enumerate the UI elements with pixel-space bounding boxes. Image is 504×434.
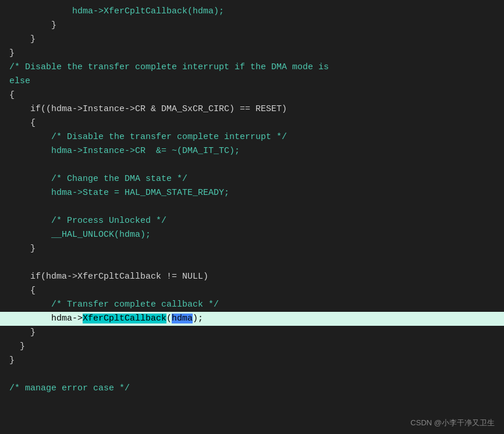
code-container: hdma->XferCpltCallback(hdma); } } } /* D… xyxy=(0,0,504,434)
code-line: if(hdma->XferCpltCallback != NULL) xyxy=(0,270,504,284)
code-text: } xyxy=(9,19,495,33)
code-text xyxy=(9,368,495,382)
code-line xyxy=(0,200,504,214)
code-line: { xyxy=(0,116,504,130)
code-text: { xyxy=(9,284,495,298)
code-text: { xyxy=(9,116,495,130)
code-text xyxy=(9,200,495,214)
code-text: if(hdma->XferCpltCallback != NULL) xyxy=(9,270,495,284)
code-text: else xyxy=(9,74,495,88)
code-line: } xyxy=(0,340,504,354)
code-text: } xyxy=(9,242,495,256)
code-text: hdma->XferCpltCallback(hdma); xyxy=(9,5,495,19)
code-line: else xyxy=(0,74,504,88)
code-line: /* Transfer complete callback */ xyxy=(0,298,504,312)
code-text: /* Disable the transfer complete interru… xyxy=(9,61,495,74)
code-text: if((hdma->Instance->CR & DMA_SxCR_CIRC) … xyxy=(9,102,495,116)
code-text: /* Process Unlocked */ xyxy=(9,214,495,228)
code-text: hdma->Instance->CR &= ~(DMA_IT_TC); xyxy=(9,144,495,158)
code-line: { xyxy=(0,284,504,298)
code-text: } xyxy=(9,47,495,61)
code-line: { xyxy=(0,88,504,102)
code-line: hdma->State = HAL_DMA_STATE_READY; xyxy=(0,186,504,200)
code-text: } xyxy=(9,354,495,368)
code-line: } xyxy=(0,326,504,340)
highlighted-code-line: hdma->XferCpltCallback(hdma); xyxy=(0,312,504,326)
code-text: hdma->State = HAL_DMA_STATE_READY; xyxy=(9,186,495,200)
code-text xyxy=(9,256,495,270)
code-line: /* Disable the transfer complete interru… xyxy=(0,61,504,74)
code-line: __HAL_UNLOCK(hdma); xyxy=(0,228,504,242)
code-line xyxy=(0,368,504,382)
code-line: /* Disable the transfer complete interru… xyxy=(0,130,504,144)
watermark: CSDN @小李干净又卫生 xyxy=(410,417,495,429)
code-line xyxy=(0,158,504,172)
code-text: } xyxy=(9,326,495,340)
code-line: hdma->Instance->CR &= ~(DMA_IT_TC); xyxy=(0,144,504,158)
code-text: /* Transfer complete callback */ xyxy=(9,298,495,312)
code-text: /* Disable the transfer complete interru… xyxy=(9,130,495,144)
code-line: } xyxy=(0,354,504,368)
code-line: } xyxy=(0,33,504,47)
code-text: /* manage error case */ xyxy=(9,382,495,396)
code-text: } xyxy=(9,33,495,47)
code-line: } xyxy=(0,19,504,33)
code-text xyxy=(9,158,495,172)
code-line: /* Change the DMA state */ xyxy=(0,172,504,186)
code-line: hdma->XferCpltCallback(hdma); xyxy=(0,5,504,19)
code-text: __HAL_UNLOCK(hdma); xyxy=(9,228,495,242)
code-line: /* manage error case */ xyxy=(0,382,504,396)
code-text: } xyxy=(9,340,495,354)
code-line: } xyxy=(0,242,504,256)
code-text: { xyxy=(9,88,495,102)
code-line: if((hdma->Instance->CR & DMA_SxCR_CIRC) … xyxy=(0,102,504,116)
code-text: /* Change the DMA state */ xyxy=(9,172,495,186)
code-line: } xyxy=(0,47,504,61)
code-text: hdma->XferCpltCallback(hdma); xyxy=(9,312,495,326)
code-line xyxy=(0,256,504,270)
code-line: /* Process Unlocked */ xyxy=(0,214,504,228)
